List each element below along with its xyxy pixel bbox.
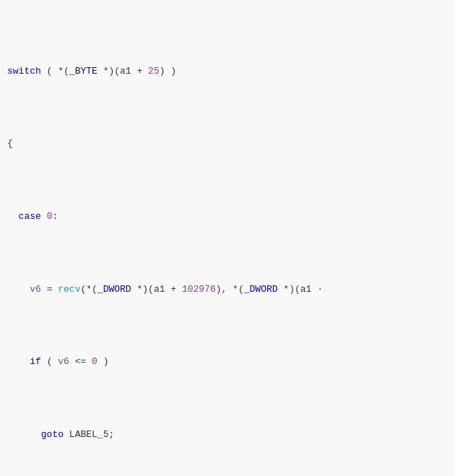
code-line-4: v6 = recv(*(_DWORD *)(a1 + 102976), *(_D…	[7, 282, 448, 297]
code-line-2: {	[7, 137, 448, 151]
code-line-1: switch ( *(_BYTE *)(a1 + 25) )	[7, 64, 448, 79]
code-view: switch ( *(_BYTE *)(a1 + 25) ) { case 0:…	[0, 0, 455, 476]
code-line-3: case 0:	[7, 209, 448, 224]
code-line-5: if ( v6 <= 0 )	[7, 355, 448, 369]
code-line-6: goto LABEL_5;	[7, 428, 448, 442]
